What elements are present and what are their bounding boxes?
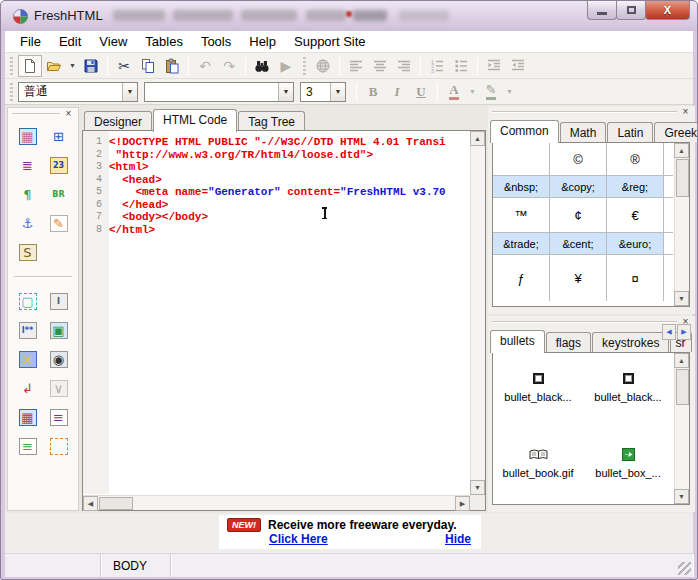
tab-keystrokes[interactable]: keystrokes [592, 332, 669, 352]
undo-button[interactable]: ↶ [193, 55, 217, 77]
tab-html-code[interactable]: HTML Code [153, 109, 237, 132]
chevron-down-icon[interactable]: ▼ [122, 83, 137, 101]
insert-form-icon[interactable]: ✎ [48, 213, 70, 234]
tab-scroll-left-icon[interactable]: ◀ [662, 324, 676, 340]
highlight-color-dropdown[interactable]: ▼ [503, 81, 516, 103]
insert-horizontal-rule-icon[interactable]: ≣ [17, 155, 39, 176]
menu-item-tools[interactable]: Tools [192, 32, 240, 51]
insert-table-icon[interactable]: ⊞ [48, 126, 70, 147]
menu-item-edit[interactable]: Edit [50, 32, 90, 51]
tab-bullets[interactable]: bullets [490, 330, 545, 353]
code-line[interactable]: 8</html> [83, 224, 469, 237]
menu-item-help[interactable]: Help [240, 32, 285, 51]
symbol-cell[interactable]: ¢ [550, 198, 607, 232]
entity-code-cell[interactable]: &cent; [550, 233, 607, 254]
code-line[interactable]: 6 </head> [83, 199, 469, 212]
entity-code-cell[interactable]: &trade; [493, 233, 550, 254]
toolbar-grip[interactable] [301, 57, 308, 75]
insert-list-box-icon[interactable]: ≡ [17, 436, 39, 457]
symbol-cell[interactable]: ™ [493, 198, 550, 232]
symbol-cell[interactable]: € [607, 198, 664, 232]
scroll-up-icon[interactable]: ▲ [674, 353, 689, 368]
insert-file-field-icon[interactable]: ▣ [48, 320, 70, 341]
menu-item-file[interactable]: File [11, 32, 50, 51]
insert-date-icon[interactable]: 23 [48, 155, 70, 176]
panel-header[interactable]: × [488, 106, 695, 118]
tab-tag-tree[interactable]: Tag Tree [238, 111, 305, 131]
characters-scrollbar[interactable]: ▲ ▼ [674, 143, 689, 306]
cut-button[interactable]: ✂ [112, 55, 136, 77]
symbol-cell[interactable]: © [550, 143, 607, 175]
chevron-down-icon[interactable]: ▼ [278, 83, 293, 101]
scrollbar-thumb[interactable] [99, 497, 133, 510]
symbol-cell[interactable]: ¥ [550, 255, 607, 301]
gallery-item[interactable]: bullet_book.gif [493, 429, 583, 504]
font-color-button[interactable]: A [442, 81, 466, 103]
insert-line-break-icon[interactable]: BR [48, 184, 70, 205]
underline-button[interactable]: U [409, 81, 433, 103]
align-center-button[interactable] [368, 55, 392, 77]
scrollbar-thumb[interactable] [676, 159, 689, 197]
insert-dropdown-list-icon[interactable]: ≡ [48, 407, 70, 428]
scroll-down-icon[interactable]: ▼ [470, 480, 485, 495]
hide-link[interactable]: Hide [445, 532, 471, 546]
insert-radio-button-icon[interactable]: ◉ [48, 349, 70, 370]
increase-indent-button[interactable] [482, 55, 506, 77]
gallery-item[interactable]: bullet_black... [493, 353, 583, 429]
toolbar-grip[interactable] [8, 57, 15, 75]
tab-math[interactable]: Math [560, 122, 607, 142]
find-button[interactable] [250, 55, 274, 77]
code-line[interactable]: 7 <body></body> [83, 211, 469, 224]
scroll-up-icon[interactable]: ▲ [674, 143, 689, 158]
symbol-cell[interactable]: ® [607, 143, 664, 175]
insert-layer-icon[interactable]: ▢ [17, 291, 39, 312]
title-bar[interactable]: FreshHTML X [1, 1, 697, 31]
highlight-color-button[interactable]: ✎ [479, 81, 503, 103]
menu-item-tables[interactable]: Tables [136, 32, 192, 51]
scroll-left-icon[interactable]: ◀ [83, 496, 98, 511]
open-button[interactable] [42, 55, 66, 77]
insert-button-icon[interactable]: × [17, 349, 39, 370]
toolbar-grip[interactable] [8, 83, 15, 101]
code-line[interactable]: 4 <head> [83, 174, 469, 187]
hyperlink-button[interactable] [311, 55, 335, 77]
menu-item-support-site[interactable]: Support Site [285, 32, 375, 51]
insert-text-field-icon[interactable]: I [48, 291, 70, 312]
insert-fieldset-icon[interactable] [48, 436, 70, 457]
insert-script-icon[interactable]: S [17, 242, 39, 263]
bullet-list-button[interactable] [449, 55, 473, 77]
font-color-dropdown[interactable]: ▼ [466, 81, 479, 103]
tab-common[interactable]: Common [490, 120, 559, 143]
close-button[interactable]: X [645, 1, 690, 20]
palette-header[interactable]: × [8, 108, 78, 120]
symbol-cell[interactable]: ¤ [607, 255, 664, 301]
maximize-button[interactable] [616, 1, 646, 20]
code-line[interactable]: 1<!DOCTYPE HTML PUBLIC "-//W3C//DTD HTML… [83, 136, 469, 149]
entity-code-cell[interactable]: &euro; [607, 233, 664, 254]
insert-image-icon[interactable]: ▦ [17, 126, 39, 147]
click-here-link[interactable]: Click Here [269, 532, 328, 546]
tab-scroll-right-icon[interactable]: ▶ [677, 324, 691, 340]
gallery-scrollbar[interactable]: ▲ ▼ [674, 353, 689, 504]
scroll-right-icon[interactable]: ▶ [455, 496, 470, 511]
font-family-select[interactable]: ▼ [144, 82, 294, 102]
redo-button[interactable]: ↷ [217, 55, 241, 77]
insert-submit-button-icon[interactable]: ↲ [17, 378, 39, 399]
symbol-cell[interactable] [493, 143, 550, 175]
italic-button[interactable]: I [385, 81, 409, 103]
resize-grip[interactable] [678, 562, 691, 575]
copy-button[interactable] [136, 55, 160, 77]
entity-code-cell[interactable]: &nbsp; [493, 176, 550, 197]
open-dropdown-arrow[interactable]: ▼ [66, 55, 79, 77]
tab-latin[interactable]: Latin [607, 122, 653, 142]
code-line[interactable]: 3<html> [83, 161, 469, 174]
editor-horizontal-scrollbar[interactable]: ◀ ▶ [83, 495, 470, 510]
insert-paragraph-icon[interactable]: ¶ [17, 184, 39, 205]
drag-handle[interactable] [492, 111, 677, 113]
decrease-indent-button[interactable] [506, 55, 530, 77]
insert-anchor-icon[interactable]: ⚓ [17, 213, 39, 234]
align-right-button[interactable] [392, 55, 416, 77]
menu-item-view[interactable]: View [90, 32, 136, 51]
insert-password-field-icon[interactable]: I** [17, 320, 39, 341]
entity-code-cell[interactable]: &reg; [607, 176, 664, 197]
